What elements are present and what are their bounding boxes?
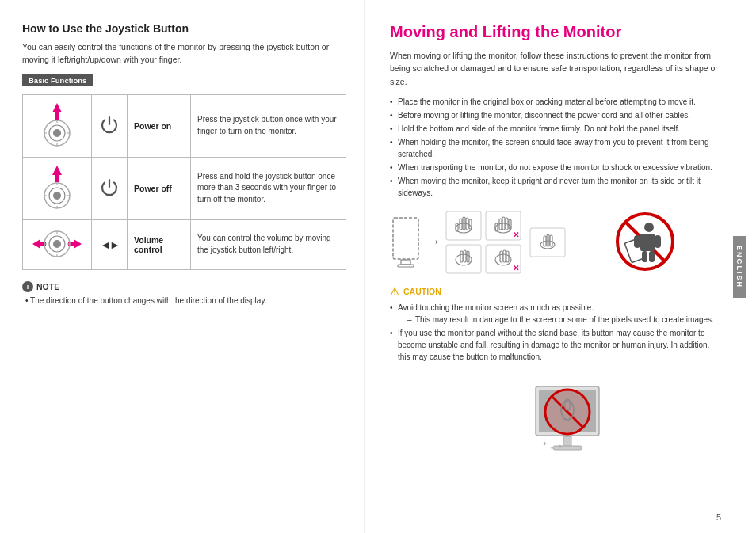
bullet-list: Place the monitor in the original box or… bbox=[390, 96, 721, 199]
power-on-desc: Press the joystick button once with your… bbox=[191, 94, 346, 157]
note-title: NOTE bbox=[36, 282, 59, 291]
svg-rect-50 bbox=[464, 250, 466, 262]
arrow-right-icon: → bbox=[426, 234, 441, 250]
power-icon bbox=[98, 114, 120, 136]
svg-text:✕: ✕ bbox=[513, 264, 519, 272]
svg-text:✦: ✦ bbox=[558, 444, 563, 449]
caution-sublist: This may result in damage to the screen … bbox=[398, 314, 721, 326]
svg-text:✕: ✕ bbox=[513, 230, 519, 239]
section-title: How to Use the Joystick Button bbox=[22, 22, 346, 35]
note-section: i NOTE The direction of the button chang… bbox=[22, 281, 346, 307]
svg-text:✦: ✦ bbox=[550, 446, 554, 451]
bottom-illustration: ✦ ✦ ✦ bbox=[390, 371, 721, 458]
svg-rect-30 bbox=[401, 260, 410, 265]
list-item: When holding the monitor, the screen sho… bbox=[390, 136, 721, 160]
left-section: How to Use the Joystick Button You can e… bbox=[0, 0, 365, 533]
svg-text:✦: ✦ bbox=[542, 440, 548, 447]
arrow-lr-icon: ◄► bbox=[100, 238, 119, 251]
svg-rect-66 bbox=[640, 234, 655, 251]
no-tilt-sign bbox=[613, 210, 677, 273]
svg-rect-44 bbox=[509, 219, 511, 229]
joystick-up-svg-2 bbox=[33, 162, 81, 213]
svg-marker-0 bbox=[52, 103, 62, 112]
extra-illus bbox=[529, 227, 566, 257]
power-symbol-cell-2 bbox=[92, 157, 128, 219]
hand-illustrations-grid: ✕ bbox=[445, 211, 521, 274]
svg-point-24 bbox=[53, 240, 61, 248]
caution-section: ⚠ CAUTION Avoid touching the monitor scr… bbox=[390, 286, 721, 363]
svg-point-65 bbox=[644, 223, 654, 232]
svg-rect-55 bbox=[503, 250, 506, 262]
page-container: How to Use the Joystick Button You can e… bbox=[0, 0, 756, 533]
caution-list: Avoid touching the monitor screen as muc… bbox=[390, 302, 721, 363]
hand-ok-2 bbox=[445, 244, 482, 274]
hand-x-1: ✕ bbox=[485, 211, 521, 241]
caution-title: CAUTION bbox=[403, 287, 441, 296]
svg-rect-10 bbox=[55, 174, 59, 182]
right-title: Moving and Lifting the Monitor bbox=[390, 22, 721, 41]
svg-marker-18 bbox=[32, 239, 40, 249]
note-icon: i bbox=[22, 281, 33, 292]
arrow-lr-cell: ◄► bbox=[92, 219, 128, 269]
bottom-no-touch-svg: ✦ ✦ ✦ bbox=[488, 371, 623, 458]
monitor-outline-svg bbox=[390, 215, 422, 270]
note-header: i NOTE bbox=[22, 281, 346, 292]
joystick-lr-cell bbox=[23, 219, 92, 269]
svg-marker-20 bbox=[74, 239, 82, 249]
svg-rect-73 bbox=[563, 436, 571, 446]
volume-label: Volume control bbox=[128, 219, 191, 269]
svg-point-13 bbox=[53, 192, 61, 200]
svg-rect-41 bbox=[499, 219, 502, 230]
list-item: When moving the monitor, keep it upright… bbox=[390, 175, 721, 199]
svg-rect-58 bbox=[530, 228, 565, 257]
svg-rect-34 bbox=[460, 219, 462, 230]
caution-subitem: This may result in damage to the screen … bbox=[407, 314, 721, 326]
intro-text: You can easily control the functions of … bbox=[22, 41, 346, 67]
caution-item-1: Avoid touching the monitor screen as muc… bbox=[390, 302, 721, 326]
side-tab: ENGLISH bbox=[733, 235, 746, 297]
basic-functions-badge: Basic Functions bbox=[22, 74, 93, 86]
svg-rect-70 bbox=[649, 251, 655, 262]
note-text: The direction of the button changes with… bbox=[22, 295, 346, 307]
hand-extra bbox=[529, 227, 566, 257]
joystick-icon-cell-2 bbox=[23, 157, 92, 219]
power-icon-2 bbox=[98, 177, 120, 199]
page-number: 5 bbox=[716, 512, 721, 522]
svg-rect-31 bbox=[398, 265, 414, 267]
illustrations: → bbox=[390, 210, 721, 275]
hand-x-2: ✕ bbox=[485, 244, 521, 274]
right-section: Moving and Lifting the Monitor When movi… bbox=[365, 0, 756, 533]
caution-item-2: If you use the monitor panel without the… bbox=[390, 327, 721, 363]
svg-rect-32 bbox=[446, 211, 481, 240]
functions-table: Power on Press the joystick button once … bbox=[22, 94, 346, 270]
power-off-desc: Press and hold the joystick button once … bbox=[191, 157, 346, 219]
hand-ok-1 bbox=[445, 211, 482, 241]
power-symbol-cell bbox=[92, 94, 128, 157]
svg-point-4 bbox=[53, 129, 61, 137]
svg-rect-56 bbox=[506, 251, 509, 262]
svg-rect-68 bbox=[655, 235, 661, 248]
list-item: Place the monitor in the original box or… bbox=[390, 96, 721, 108]
list-item: When transporting the monitor, do not ex… bbox=[390, 162, 721, 173]
right-intro: When moving or lifting the monitor, foll… bbox=[390, 49, 721, 88]
table-row: ◄► Volume control You can control the vo… bbox=[23, 219, 346, 269]
power-off-label: Power off bbox=[128, 157, 191, 219]
caution-icon: ⚠ bbox=[390, 286, 399, 298]
svg-rect-37 bbox=[469, 219, 472, 229]
svg-rect-67 bbox=[634, 235, 640, 248]
joystick-up-svg bbox=[33, 100, 81, 150]
handling-illustrations: → bbox=[390, 211, 566, 274]
volume-desc: You can control the volume by moving the… bbox=[191, 219, 346, 269]
svg-rect-62 bbox=[550, 235, 552, 246]
svg-rect-29 bbox=[393, 218, 418, 259]
svg-marker-9 bbox=[52, 166, 62, 175]
svg-rect-54 bbox=[500, 251, 502, 262]
table-row: Power off Press and hold the joystick bu… bbox=[23, 157, 346, 219]
list-item: Before moving or lifting the monitor, di… bbox=[390, 109, 721, 121]
caution-header: ⚠ CAUTION bbox=[390, 286, 721, 298]
svg-rect-49 bbox=[460, 251, 463, 262]
svg-rect-1 bbox=[55, 112, 59, 120]
list-item: Hold the bottom and side of the monitor … bbox=[390, 123, 721, 135]
joystick-icon-cell bbox=[23, 94, 92, 157]
no-sign-illustration bbox=[613, 210, 677, 275]
